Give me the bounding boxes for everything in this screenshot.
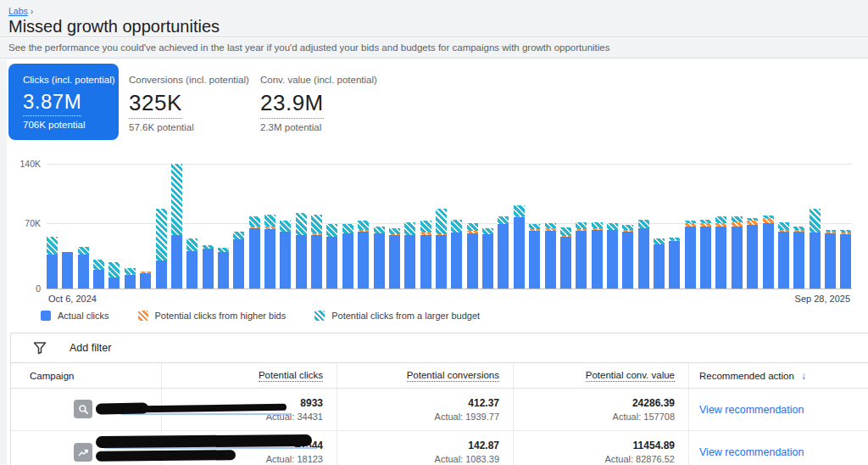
seg-budget-segment [638,220,649,227]
column-header-campaign[interactable]: Campaign [11,363,162,388]
seg-budget-segment [156,209,167,261]
seg-actual-segment [296,235,307,289]
y-tick-70k: 70K [8,218,41,228]
metric-card-conv-value[interactable]: Conv. value (incl. potential) 23.9M 2.3M… [260,71,377,132]
bar-week-17 [311,215,322,289]
y-tick-0: 0 [8,283,41,294]
potential-conversions-cell: 412.37 Actual: 1939.77 [337,389,514,430]
seg-budget-segment [358,221,369,230]
bar-week-30 [514,205,525,289]
seg-actual-segment [732,227,743,289]
metric-card-label: Conv. value (incl. potential) [260,75,377,85]
bar-week-6 [140,272,151,289]
seg-actual-segment [498,224,509,289]
search-campaign-icon [74,400,92,418]
seg-actual-segment [747,225,758,289]
metric-card-conversions[interactable]: Conversions (incl. potential) 325K 57.6K… [129,71,249,132]
seg-actual-segment [560,237,571,289]
seg-actual-segment [374,233,385,289]
bar-week-7 [156,209,167,289]
legend-larger-budget: Potential clicks from a larger budget [314,311,480,321]
seg-budget-segment [715,216,726,223]
metric-card-value: 325K [129,90,182,119]
actual-conversions-value: Actual: 1939.77 [435,412,499,422]
bar-week-15 [280,221,291,289]
bar-week-4 [108,262,120,289]
actual-conv-value-value: Actual: 157708 [613,412,675,422]
bar-week-1 [62,252,73,289]
view-recommendation-link[interactable]: View recommendation [699,404,804,416]
bar-week-2 [78,247,89,289]
seg-actual-segment [715,227,726,289]
bar-week-13 [249,216,260,289]
seg-budget-segment [93,260,104,270]
bar-week-33 [560,227,571,289]
seg-actual-segment [622,232,633,289]
redacted-campaign-name [96,434,312,448]
seg-actual-segment [592,230,603,289]
bar-week-32 [545,223,556,289]
seg-actual-segment [420,235,431,289]
page-header: Labs› Missed growth opportunities [0,0,868,37]
seg-budget-segment [249,216,260,227]
seg-budget-segment [296,213,307,235]
table-row: 8933 Actual: 34431 412.37 Actual: 1939.7… [11,389,868,431]
seg-actual-segment [156,261,167,289]
seg-budget-segment [264,215,275,227]
bar-week-22 [389,228,400,289]
seg-budget-segment [108,262,120,278]
seg-actual-segment [638,228,649,289]
seg-actual-segment [62,252,73,289]
left-gutter [0,59,7,465]
seg-budget-segment [233,232,244,239]
seg-actual-segment [311,235,322,289]
bar-week-21 [374,227,385,289]
bar-week-46 [763,216,774,289]
missed-growth-opportunities-page: Labs› Missed growth opportunities See th… [0,0,868,465]
metric-card-potential: 57.6K potential [129,122,249,132]
seg-budget-segment [498,216,509,224]
table-row: 41544 Actual: 18123 142.87 Actual: 1083.… [11,431,868,465]
seg-actual-segment [358,232,369,289]
bar-week-8 [171,164,182,289]
column-header-potential-clicks[interactable]: Potential clicks [162,363,337,388]
redacted-campaign-name [96,450,236,462]
view-recommendation-link[interactable]: View recommendation [699,446,804,458]
bar-week-41 [685,221,696,289]
x-axis-start-label: Oct 6, 2024 [48,294,97,304]
seg-actual-segment [654,244,665,289]
column-header-recommended-action[interactable]: Recommended action ↓ [689,363,867,388]
column-header-potential-conv-value[interactable]: Potential conv. value [514,363,689,388]
seg-budget-segment [186,238,198,251]
clicks-chart: 140K 70K 0 Oct 6, 2024 Sep 28, 2025 Actu… [8,157,860,327]
seg-actual-segment [700,227,711,289]
seg-budget-segment [280,221,291,232]
bar-week-39 [654,238,665,289]
x-axis-line [47,289,852,289]
metric-card-label: Clicks (incl. potential) [23,75,119,85]
seg-budget-segment [47,237,58,255]
seg-actual-segment [669,241,680,289]
breadcrumb-labs-link[interactable]: Labs [8,6,28,16]
metric-card-value: 23.9M [260,90,324,119]
x-axis-end-label: Sep 28, 2025 [795,294,850,304]
bar-week-44 [732,216,743,289]
seg-budget-segment [78,247,89,255]
seg-budget-segment [404,222,415,235]
seg-actual-segment [482,234,493,289]
bar-week-36 [607,223,618,289]
metric-card-clicks[interactable]: Clicks (incl. potential) 3.87M 706K pote… [8,64,119,140]
seg-actual-segment [529,231,540,289]
bar-week-34 [576,222,587,289]
seg-budget-segment [810,209,821,232]
bar-week-49 [810,209,821,289]
campaign-cell [11,389,162,430]
filter-funnel-icon [33,341,47,355]
column-header-potential-conversions[interactable]: Potential conversions [337,363,514,388]
bar-week-18 [326,224,337,289]
chart-bars [47,164,852,289]
bar-week-20 [358,221,369,289]
add-filter-button[interactable]: Add filter [11,333,868,363]
seg-actual-segment [78,255,89,289]
seg-budget-segment [420,221,431,232]
